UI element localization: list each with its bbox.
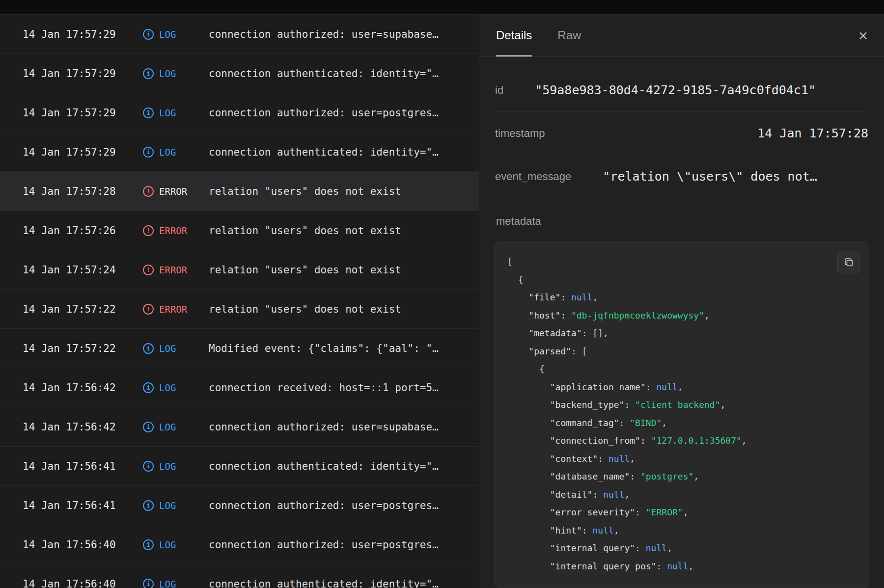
log-severity: ! ERROR [143, 225, 209, 236]
log-row[interactable]: 14 Jan 17:56:41 i LOG connection authori… [0, 486, 479, 525]
log-row[interactable]: 14 Jan 17:56:40 i LOG connection authori… [0, 525, 479, 564]
log-row[interactable]: 14 Jan 17:56:41 i LOG connection authent… [0, 447, 479, 486]
log-message: connection authorized: user=postgres… [209, 500, 439, 511]
log-message: connection authenticated: identity="… [209, 146, 439, 158]
log-message: relation "users" does not exist [209, 186, 401, 197]
details-panel: Details Raw ✕ id "59a8e983-80d4-4272-918… [479, 15, 884, 588]
field-label: id [495, 84, 503, 97]
log-timestamp: 14 Jan 17:56:40 [23, 539, 143, 551]
log-timestamp: 14 Jan 17:57:26 [23, 225, 143, 237]
log-message: connection authorized: user=supabase… [209, 421, 439, 433]
log-row[interactable]: 14 Jan 17:57:29 i LOG connection authent… [0, 54, 479, 93]
metadata-json-block: [ { "file": null, "host": "db-jqfnbpmcoe… [494, 241, 869, 588]
log-timestamp: 14 Jan 17:57:22 [23, 303, 143, 315]
severity-icon: i [143, 500, 154, 511]
log-severity: ! ERROR [143, 265, 209, 275]
severity-label: LOG [159, 461, 176, 472]
log-timestamp: 14 Jan 17:57:29 [23, 68, 143, 80]
field-value: "59a8e983-80d4-4272-9185-7a49c0fd04c1" [535, 83, 868, 97]
log-severity: i LOG [143, 147, 209, 158]
severity-icon: i [143, 461, 154, 472]
detail-fields: id "59a8e983-80d4-4272-9185-7a49c0fd04c1… [479, 57, 884, 198]
log-message: connection authorized: user=postgres… [209, 539, 439, 551]
log-row[interactable]: 14 Jan 17:57:26 ! ERROR relation "users"… [0, 211, 479, 250]
json-line: "application_name": null, [507, 378, 856, 397]
severity-label: LOG [159, 147, 176, 158]
top-bar [0, 0, 884, 15]
log-row[interactable]: 14 Jan 17:57:22 ! ERROR relation "users"… [0, 290, 479, 329]
log-row[interactable]: 14 Jan 17:57:28 ! ERROR relation "users"… [0, 172, 479, 211]
json-line: "parsed": [ [507, 343, 856, 361]
log-table-body: 14 Jan 17:57:29 i LOG connection authori… [0, 15, 479, 588]
metadata-section: metadata [ { "file": null, "host": "db-j… [479, 198, 884, 588]
severity-icon: i [143, 68, 154, 79]
json-line: { [507, 271, 856, 289]
severity-icon: i [143, 382, 154, 393]
log-row[interactable]: 14 Jan 17:57:29 i LOG connection authent… [0, 133, 479, 172]
log-timestamp: 14 Jan 17:57:24 [23, 264, 143, 276]
log-table: 14 Jan 17:57:29 i LOG connection authori… [0, 15, 479, 588]
log-severity: i LOG [143, 539, 209, 550]
severity-label: LOG [159, 29, 176, 40]
close-icon[interactable]: ✕ [858, 29, 868, 42]
severity-icon: i [143, 343, 154, 354]
log-severity: ! ERROR [143, 186, 209, 197]
log-timestamp: 14 Jan 17:57:22 [23, 343, 143, 354]
tab-raw[interactable]: Raw [557, 15, 581, 56]
detail-field-row: event_message "relation \"users\" does n… [495, 155, 868, 198]
severity-icon: i [143, 579, 154, 588]
severity-icon: ! [143, 304, 154, 315]
json-line: "file": null, [507, 289, 856, 307]
severity-icon: i [143, 147, 154, 158]
severity-icon: ! [143, 186, 154, 197]
log-row[interactable]: 14 Jan 17:56:40 i LOG connection authent… [0, 564, 479, 588]
log-row[interactable]: 14 Jan 17:57:29 i LOG connection authori… [0, 15, 479, 54]
log-message: relation "users" does not exist [209, 303, 401, 315]
log-severity: i LOG [143, 29, 209, 40]
json-line: { [507, 360, 856, 378]
log-row[interactable]: 14 Jan 17:57:24 ! ERROR relation "users"… [0, 250, 479, 290]
log-severity: i LOG [143, 68, 209, 79]
json-line: "database_name": "postgres", [507, 468, 856, 486]
log-message: connection authenticated: identity="… [209, 578, 439, 588]
json-line: "host": "db-jqfnbpmcoeklzwowwysy", [507, 307, 856, 325]
json-line: "internal_query": null, [507, 539, 856, 558]
log-timestamp: 14 Jan 17:56:41 [23, 460, 143, 472]
log-severity: i LOG [143, 107, 209, 118]
json-line: "backend_type": "client backend", [507, 396, 856, 414]
json-line: "error_severity": "ERROR", [507, 504, 856, 522]
copy-icon[interactable] [837, 251, 860, 273]
field-label: event_message [495, 170, 571, 183]
details-tabbar: Details Raw ✕ [479, 15, 884, 57]
json-line: "command_tag": "BIND", [507, 414, 856, 432]
severity-label: ERROR [159, 186, 187, 197]
log-timestamp: 14 Jan 17:57:29 [23, 28, 143, 40]
json-line: "hint": null, [507, 522, 856, 540]
json-line: "connection_from": "127.0.0.1:35607", [507, 432, 856, 450]
log-row[interactable]: 14 Jan 17:56:42 i LOG connection authori… [0, 407, 479, 447]
log-severity: i LOG [143, 382, 209, 393]
severity-label: ERROR [159, 265, 187, 275]
field-value: "relation \"users\" does not… [603, 169, 868, 184]
log-row[interactable]: 14 Jan 17:57:29 i LOG connection authori… [0, 93, 479, 133]
severity-label: LOG [159, 343, 176, 354]
log-timestamp: 14 Jan 17:57:28 [23, 186, 143, 197]
log-message: relation "users" does not exist [209, 264, 401, 276]
log-message: connection received: host=::1 port=5… [209, 382, 439, 394]
json-line: [ [507, 253, 856, 271]
log-row[interactable]: 14 Jan 17:57:22 i LOG Modified event: {"… [0, 329, 479, 368]
field-value: 14 Jan 17:57:28 [576, 126, 868, 140]
log-timestamp: 14 Jan 17:56:40 [23, 578, 143, 588]
log-message: Modified event: {"claims": {"aal": "… [209, 343, 439, 354]
log-timestamp: 14 Jan 17:56:42 [23, 421, 143, 433]
severity-label: LOG [159, 500, 176, 511]
log-severity: i LOG [143, 422, 209, 432]
severity-label: LOG [159, 107, 176, 118]
severity-icon: i [143, 422, 154, 432]
detail-field-row: timestamp 14 Jan 17:57:28 [495, 112, 868, 155]
json-line: "metadata": [], [507, 324, 856, 343]
log-severity: i LOG [143, 500, 209, 511]
json-line: "context": null, [507, 450, 856, 468]
tab-details[interactable]: Details [496, 15, 532, 56]
log-row[interactable]: 14 Jan 17:56:42 i LOG connection receive… [0, 368, 479, 407]
